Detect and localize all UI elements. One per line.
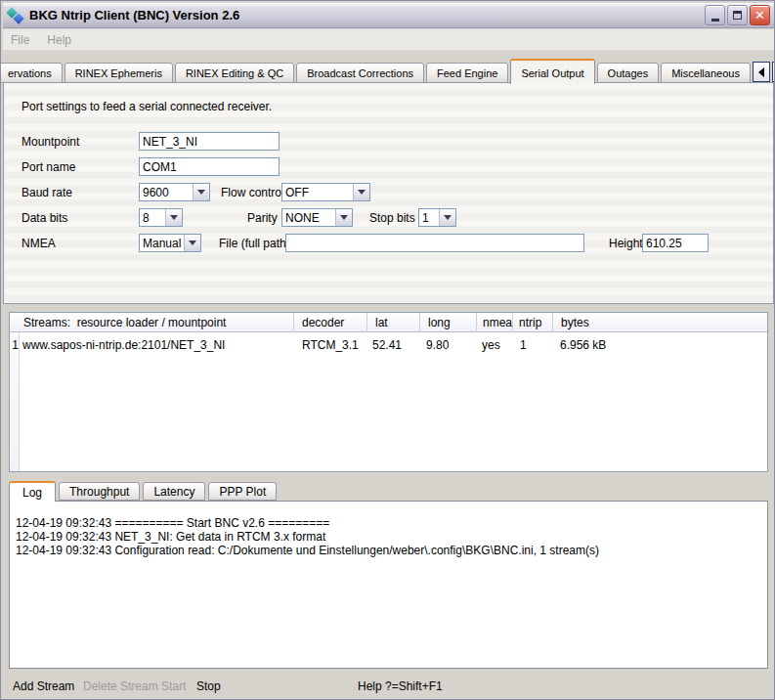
- col-decoder[interactable]: decoder: [293, 313, 366, 332]
- maximize-icon: [733, 11, 742, 20]
- app-window: BKG Ntrip Client (BNC) Version 2.6 ✕ Fil…: [0, 0, 775, 700]
- chevron-down-icon: [184, 235, 200, 251]
- tab-broadcast-corrections[interactable]: Broadcast Corrections: [296, 63, 424, 83]
- log-tab-bar: Log Throughput Latency PPP Plot: [9, 480, 768, 501]
- mountpoint-label: Mountpoint: [22, 135, 79, 149]
- panel-intro-text: Port settings to feed a serial connected…: [22, 100, 272, 113]
- parity-label: Parity: [247, 211, 278, 225]
- flow-control-label: Flow control: [221, 186, 284, 199]
- chevron-down-icon: [165, 209, 182, 226]
- tab-throughput[interactable]: Throughput: [59, 482, 140, 501]
- nmea-select[interactable]: Manual: [139, 234, 201, 252]
- cell-nmea: yes: [482, 338, 500, 352]
- mountpoint-input[interactable]: [139, 132, 280, 151]
- chevron-down-icon: [353, 184, 369, 200]
- file-path-input[interactable]: [285, 234, 584, 252]
- log-line: 12-04-19 09:32:43 NET_3_NI: Get data in …: [16, 530, 761, 544]
- chevron-down-icon: [193, 184, 209, 200]
- add-stream-button[interactable]: Add Stream: [13, 679, 74, 693]
- tab-latency[interactable]: Latency: [143, 482, 205, 501]
- row-header-strip: [10, 313, 20, 471]
- height-label: Height: [609, 237, 643, 250]
- flow-control-select[interactable]: OFF: [281, 183, 370, 201]
- tab-feed-engine[interactable]: Feed Engine: [426, 63, 508, 83]
- col-ntrip[interactable]: ntrip: [512, 313, 552, 332]
- cell-decoder: RTCM_3.1: [302, 338, 359, 352]
- stop-button[interactable]: Stop: [196, 679, 221, 693]
- baud-rate-label: Baud rate: [22, 186, 72, 199]
- data-bits-label: Data bits: [22, 211, 67, 225]
- minimize-button[interactable]: [705, 5, 725, 25]
- data-bits-select[interactable]: 8: [139, 208, 183, 227]
- log-line: 12-04-19 09:32:43 Configuration read: C:…: [16, 544, 761, 557]
- titlebar: BKG Ntrip Client (BNC) Version 2.6 ✕: [3, 3, 774, 28]
- tab-scrollers: [753, 62, 775, 83]
- delete-stream-button[interactable]: Delete Stream: [83, 679, 158, 693]
- menu-file[interactable]: File: [11, 33, 29, 47]
- log-output[interactable]: 12-04-19 09:32:43 ========== Start BNC v…: [9, 501, 768, 669]
- minimize-icon: [711, 19, 719, 22]
- col-mountpoint[interactable]: Streams: resource loader / mountpoint: [20, 313, 293, 332]
- maximize-button[interactable]: [727, 5, 748, 25]
- top-tab-bar: ervations RINEX Ephemeris RINEX Editing …: [3, 56, 774, 83]
- menubar: File Help: [3, 29, 774, 51]
- close-button[interactable]: ✕: [750, 5, 770, 25]
- bnc-app-icon: [7, 7, 24, 24]
- cell-long: 9.80: [426, 338, 449, 352]
- chevron-down-icon: [439, 209, 455, 226]
- tab-rinex-editing-qc[interactable]: RINEX Editing & QC: [175, 63, 294, 83]
- col-nmea[interactable]: nmea: [476, 313, 512, 332]
- stop-bits-label: Stop bits: [369, 211, 415, 225]
- bottom-action-bar: Add Stream Delete Stream Start Stop Help…: [3, 674, 774, 699]
- cell-mountpoint: www.sapos-ni-ntrip.de:2101/NET_3_NI: [22, 338, 225, 352]
- nmea-label: NMEA: [22, 237, 56, 250]
- tab-rinex-ephemeris[interactable]: RINEX Ephemeris: [65, 63, 173, 83]
- start-button[interactable]: Start: [161, 679, 186, 693]
- tab-ppp-plot[interactable]: PPP Plot: [208, 482, 277, 501]
- file-path-label: File (full path): [219, 237, 290, 250]
- arrow-left-icon: [758, 67, 764, 77]
- tab-outages[interactable]: Outages: [597, 63, 660, 83]
- col-bytes[interactable]: bytes: [552, 313, 765, 332]
- chevron-down-icon: [335, 209, 352, 226]
- close-icon: ✕: [754, 9, 765, 22]
- streams-table: Streams: resource loader / mountpoint de…: [9, 312, 768, 472]
- tab-observations[interactable]: ervations: [0, 63, 63, 83]
- serial-output-panel: Port settings to feed a serial connected…: [3, 82, 774, 304]
- window-title: BKG Ntrip Client (BNC) Version 2.6: [29, 8, 703, 22]
- col-lat[interactable]: lat: [366, 313, 419, 332]
- tab-log[interactable]: Log: [9, 481, 56, 502]
- stop-bits-select[interactable]: 1: [418, 208, 456, 227]
- tab-serial-output[interactable]: Serial Output: [510, 59, 594, 84]
- baud-rate-select[interactable]: 9600: [139, 183, 210, 201]
- cell-ntrip: 1: [520, 338, 527, 352]
- parity-select[interactable]: NONE: [281, 208, 353, 227]
- menu-help[interactable]: Help: [47, 33, 71, 47]
- height-input[interactable]: [642, 234, 709, 252]
- port-name-label: Port name: [22, 160, 75, 174]
- cell-lat: 52.41: [372, 338, 402, 352]
- tab-scroll-left-button[interactable]: [753, 62, 770, 82]
- tab-miscellaneous[interactable]: Miscellaneous: [661, 63, 751, 83]
- col-long[interactable]: long: [419, 313, 476, 332]
- streams-header-row: Streams: resource loader / mountpoint de…: [10, 313, 767, 332]
- help-shortcut-label[interactable]: Help ?=Shift+F1: [358, 679, 443, 693]
- table-row[interactable]: www.sapos-ni-ntrip.de:2101/NET_3_NI RTCM…: [10, 338, 767, 356]
- cell-bytes: 6.956 kB: [560, 338, 606, 352]
- port-name-input[interactable]: [139, 157, 280, 176]
- log-line: 12-04-19 09:32:43 ========== Start BNC v…: [16, 516, 761, 530]
